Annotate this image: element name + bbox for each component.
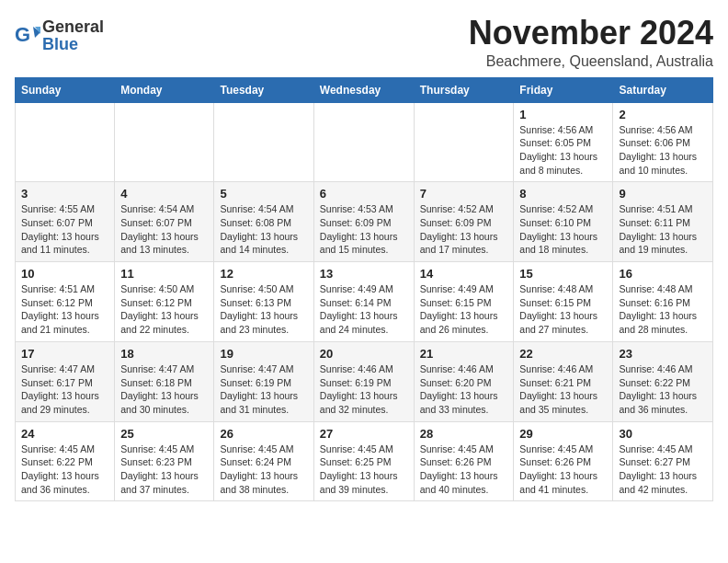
calendar-week-row: 1Sunrise: 4:56 AMSunset: 6:05 PMDaylight…: [16, 102, 713, 182]
calendar-cell: 4Sunrise: 4:54 AMSunset: 6:07 PMDaylight…: [115, 182, 214, 262]
day-info: Sunrise: 4:45 AMSunset: 6:22 PMDaylight:…: [21, 442, 108, 497]
day-info: Sunrise: 4:45 AMSunset: 6:26 PMDaylight:…: [519, 442, 607, 497]
day-number: 10: [21, 267, 108, 281]
calendar-cell: 18Sunrise: 4:47 AMSunset: 6:18 PMDayligh…: [115, 341, 214, 421]
calendar-cell: [414, 102, 514, 182]
day-number: 11: [120, 267, 208, 281]
logo-blue-text: Blue: [42, 35, 78, 53]
day-info: Sunrise: 4:50 AMSunset: 6:12 PMDaylight:…: [120, 282, 208, 337]
day-number: 19: [220, 347, 307, 361]
header-friday: Friday: [514, 77, 613, 102]
calendar-cell: 29Sunrise: 4:45 AMSunset: 6:26 PMDayligh…: [514, 421, 613, 501]
day-info: Sunrise: 4:54 AMSunset: 6:08 PMDaylight:…: [220, 202, 307, 257]
calendar-cell: [214, 102, 313, 182]
day-info: Sunrise: 4:45 AMSunset: 6:24 PMDaylight:…: [220, 442, 307, 497]
day-number: 28: [420, 427, 508, 441]
calendar-cell: 25Sunrise: 4:45 AMSunset: 6:23 PMDayligh…: [115, 421, 214, 501]
calendar-cell: 1Sunrise: 4:56 AMSunset: 6:05 PMDaylight…: [514, 102, 613, 182]
day-number: 27: [320, 427, 408, 441]
day-number: 8: [519, 187, 607, 201]
calendar-cell: 10Sunrise: 4:51 AMSunset: 6:12 PMDayligh…: [16, 262, 115, 342]
calendar-week-row: 24Sunrise: 4:45 AMSunset: 6:22 PMDayligh…: [16, 421, 713, 501]
header-thursday: Thursday: [414, 77, 514, 102]
calendar-cell: 6Sunrise: 4:53 AMSunset: 6:09 PMDaylight…: [313, 182, 414, 262]
calendar-cell: 5Sunrise: 4:54 AMSunset: 6:08 PMDaylight…: [214, 182, 313, 262]
calendar-cell: 2Sunrise: 4:56 AMSunset: 6:06 PMDaylight…: [613, 102, 713, 182]
month-title: November 2024: [469, 15, 713, 52]
day-number: 30: [619, 427, 707, 441]
calendar-cell: 3Sunrise: 4:55 AMSunset: 6:07 PMDaylight…: [16, 182, 115, 262]
calendar-cell: 11Sunrise: 4:50 AMSunset: 6:12 PMDayligh…: [115, 262, 214, 342]
calendar-cell: [115, 102, 214, 182]
day-number: 1: [519, 108, 607, 121]
day-number: 21: [420, 347, 508, 361]
day-info: Sunrise: 4:52 AMSunset: 6:09 PMDaylight:…: [420, 202, 508, 257]
calendar-header-row: SundayMondayTuesdayWednesdayThursdayFrid…: [16, 77, 713, 102]
title-area: November 2024 Beachmere, Queensland, Aus…: [469, 15, 713, 70]
location: Beachmere, Queensland, Australia: [469, 53, 713, 70]
day-info: Sunrise: 4:47 AMSunset: 6:19 PMDaylight:…: [220, 362, 307, 417]
calendar-cell: 14Sunrise: 4:49 AMSunset: 6:15 PMDayligh…: [414, 262, 514, 342]
calendar-cell: 15Sunrise: 4:48 AMSunset: 6:15 PMDayligh…: [514, 262, 613, 342]
svg-text:G: G: [15, 23, 30, 46]
day-info: Sunrise: 4:45 AMSunset: 6:26 PMDaylight:…: [420, 442, 508, 497]
calendar-cell: 27Sunrise: 4:45 AMSunset: 6:25 PMDayligh…: [313, 421, 414, 501]
calendar-cell: 12Sunrise: 4:50 AMSunset: 6:13 PMDayligh…: [214, 262, 313, 342]
calendar-cell: 19Sunrise: 4:47 AMSunset: 6:19 PMDayligh…: [214, 341, 313, 421]
day-number: 4: [120, 187, 208, 201]
day-number: 16: [619, 267, 707, 281]
calendar-cell: 21Sunrise: 4:46 AMSunset: 6:20 PMDayligh…: [414, 341, 514, 421]
header-saturday: Saturday: [613, 77, 713, 102]
calendar-cell: 16Sunrise: 4:48 AMSunset: 6:16 PMDayligh…: [613, 262, 713, 342]
day-number: 20: [320, 347, 408, 361]
logo: G General Blue: [15, 18, 104, 53]
logo-icon: G: [15, 23, 40, 49]
day-info: Sunrise: 4:53 AMSunset: 6:09 PMDaylight:…: [320, 202, 408, 257]
day-number: 29: [519, 427, 607, 441]
header-tuesday: Tuesday: [214, 77, 313, 102]
day-number: 9: [619, 187, 707, 201]
day-number: 23: [619, 347, 707, 361]
logo-general-text: General: [42, 17, 104, 36]
day-number: 26: [220, 427, 307, 441]
day-info: Sunrise: 4:47 AMSunset: 6:18 PMDaylight:…: [120, 362, 208, 417]
header-monday: Monday: [115, 77, 214, 102]
calendar-cell: 17Sunrise: 4:47 AMSunset: 6:17 PMDayligh…: [16, 341, 115, 421]
day-info: Sunrise: 4:51 AMSunset: 6:11 PMDaylight:…: [619, 202, 707, 257]
day-number: 7: [420, 187, 508, 201]
day-number: 22: [519, 347, 607, 361]
day-info: Sunrise: 4:48 AMSunset: 6:15 PMDaylight:…: [519, 282, 607, 337]
calendar-cell: 13Sunrise: 4:49 AMSunset: 6:14 PMDayligh…: [313, 262, 414, 342]
header-wednesday: Wednesday: [313, 77, 414, 102]
calendar-cell: 7Sunrise: 4:52 AMSunset: 6:09 PMDaylight…: [414, 182, 514, 262]
day-number: 25: [120, 427, 208, 441]
day-number: 14: [420, 267, 508, 281]
day-info: Sunrise: 4:56 AMSunset: 6:05 PMDaylight:…: [519, 123, 607, 178]
day-info: Sunrise: 4:45 AMSunset: 6:27 PMDaylight:…: [619, 442, 707, 497]
calendar-cell: 26Sunrise: 4:45 AMSunset: 6:24 PMDayligh…: [214, 421, 313, 501]
calendar-cell: 20Sunrise: 4:46 AMSunset: 6:19 PMDayligh…: [313, 341, 414, 421]
day-info: Sunrise: 4:49 AMSunset: 6:14 PMDaylight:…: [320, 282, 408, 337]
day-number: 24: [21, 427, 108, 441]
day-number: 13: [320, 267, 408, 281]
day-number: 6: [320, 187, 408, 201]
day-info: Sunrise: 4:48 AMSunset: 6:16 PMDaylight:…: [619, 282, 707, 337]
day-info: Sunrise: 4:46 AMSunset: 6:20 PMDaylight:…: [420, 362, 508, 417]
day-number: 2: [619, 108, 707, 121]
day-info: Sunrise: 4:46 AMSunset: 6:19 PMDaylight:…: [320, 362, 408, 417]
calendar-cell: 8Sunrise: 4:52 AMSunset: 6:10 PMDaylight…: [514, 182, 613, 262]
calendar-week-row: 10Sunrise: 4:51 AMSunset: 6:12 PMDayligh…: [16, 262, 713, 342]
day-number: 17: [21, 347, 108, 361]
calendar-week-row: 17Sunrise: 4:47 AMSunset: 6:17 PMDayligh…: [16, 341, 713, 421]
calendar-cell: 30Sunrise: 4:45 AMSunset: 6:27 PMDayligh…: [613, 421, 713, 501]
calendar-cell: 28Sunrise: 4:45 AMSunset: 6:26 PMDayligh…: [414, 421, 514, 501]
day-info: Sunrise: 4:47 AMSunset: 6:17 PMDaylight:…: [21, 362, 108, 417]
header: G General Blue November 2024 Beachmere, …: [15, 15, 713, 70]
calendar-cell: 22Sunrise: 4:46 AMSunset: 6:21 PMDayligh…: [514, 341, 613, 421]
day-info: Sunrise: 4:54 AMSunset: 6:07 PMDaylight:…: [120, 202, 208, 257]
calendar-cell: [16, 102, 115, 182]
calendar-cell: [313, 102, 414, 182]
day-info: Sunrise: 4:45 AMSunset: 6:23 PMDaylight:…: [120, 442, 208, 497]
day-info: Sunrise: 4:46 AMSunset: 6:22 PMDaylight:…: [619, 362, 707, 417]
day-number: 5: [220, 187, 307, 201]
